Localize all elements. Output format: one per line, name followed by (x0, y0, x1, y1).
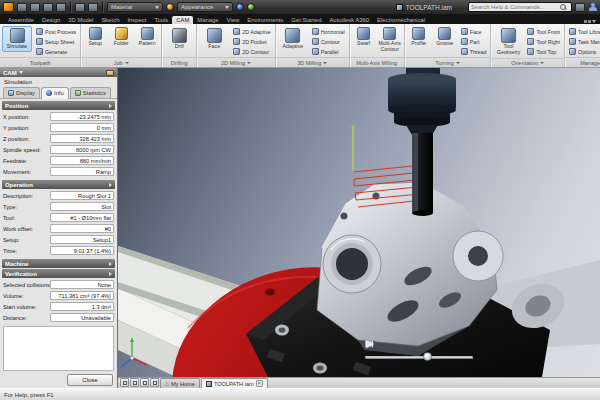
options-button[interactable]: Options (567, 47, 600, 56)
panel-header[interactable]: CAM (0, 68, 117, 77)
drill-button[interactable]: Drill (164, 26, 194, 52)
redo-icon[interactable] (56, 3, 66, 12)
multi-axis-contour-button[interactable]: Multi-Axis Contour (378, 26, 402, 53)
tab-manage[interactable]: Manage (193, 16, 222, 24)
field-label: Volume: (3, 293, 50, 299)
material-dropdown[interactable]: Material (107, 2, 163, 12)
field-row: Type:Slot (2, 201, 115, 212)
timeline-knob[interactable] (423, 352, 432, 361)
panel-tab-display[interactable]: Display (3, 87, 40, 98)
field-row: Tool:#1 - Ø10mm flat (2, 212, 115, 223)
tab-design[interactable]: Design (38, 16, 64, 24)
button-label: Face (208, 44, 220, 50)
tool-geometry-button[interactable]: Tool Geometry (493, 26, 523, 58)
tab-view[interactable]: View (223, 16, 244, 24)
thread-button[interactable]: Thread (459, 47, 489, 56)
face-button[interactable]: Face (459, 27, 489, 36)
2d-pocket-button[interactable]: 2D Pocket (231, 37, 273, 46)
button-label: Multi-Axis Contour (378, 41, 402, 52)
step-forward-button[interactable] (417, 340, 427, 350)
close-tab-icon[interactable]: × (256, 380, 263, 387)
field-value: #1 - Ø10mm flat (50, 213, 114, 222)
inventor-logo-icon[interactable] (3, 2, 14, 12)
appearance-dropdown[interactable]: Appearance (177, 2, 233, 12)
task-manager-button[interactable]: Task Manager (567, 37, 600, 46)
pin-icon[interactable] (106, 70, 114, 76)
step-back-button[interactable] (391, 340, 401, 350)
contour-button[interactable]: Contour (310, 37, 347, 46)
sign-in-icon[interactable] (588, 3, 597, 12)
part-button[interactable]: Part (459, 37, 489, 46)
field-value: Ramp (50, 167, 114, 176)
tab-get-started[interactable]: Get Started (287, 16, 325, 24)
tab-inspect[interactable]: Inspect (123, 16, 150, 24)
sync-icon[interactable] (575, 3, 585, 12)
section-header-position[interactable]: Position (2, 101, 115, 110)
profile-button[interactable]: Profile (407, 26, 431, 48)
tab-tools[interactable]: Tools (150, 16, 172, 24)
2d-contour-button[interactable]: 2D Contour (231, 47, 273, 56)
search-input[interactable] (471, 4, 559, 10)
2d-adaptive-button[interactable]: 2D Adaptive (231, 27, 273, 36)
go-to-end-icon (365, 339, 375, 349)
adaptive-button[interactable]: Adaptive (278, 26, 308, 52)
tab-electromechanical[interactable]: Electromechanical (373, 16, 429, 24)
doc-tab-label: My Home (171, 381, 195, 387)
fast-backward-button[interactable] (378, 340, 388, 350)
doc-tab-my-home[interactable]: ⌂My Home (160, 378, 200, 388)
tab-autodesk-a360[interactable]: Autodesk A360 (325, 16, 373, 24)
button-label: Tool Front (536, 29, 560, 35)
tool-library-button[interactable]: Tool Library (567, 27, 600, 36)
cascade-icon[interactable] (140, 378, 149, 387)
undo-icon[interactable] (43, 3, 53, 12)
simulate-button[interactable]: Simulate (2, 26, 32, 52)
tab-environments[interactable]: Environments (243, 16, 287, 24)
tile-horizontal-icon[interactable] (130, 378, 139, 387)
fast-forward-button[interactable] (430, 340, 440, 350)
panel-tab-statistics[interactable]: Statistics (70, 87, 111, 98)
3d-viewport[interactable] (118, 68, 600, 377)
tool-right-button[interactable]: Tool Right (525, 37, 562, 46)
tile-vertical-icon[interactable] (120, 378, 129, 387)
groove-button[interactable]: Groove (433, 26, 457, 48)
setup-button[interactable]: Setup (83, 26, 107, 48)
tab-cam[interactable]: CAM (172, 16, 193, 24)
group-label-text: Manage (580, 60, 600, 66)
pattern-button[interactable]: Pattern (135, 26, 159, 48)
go-to-end-button[interactable] (443, 340, 453, 350)
cam-simulation-panel: CAM Simulation DisplayInfoStatistics Pos… (0, 68, 118, 388)
folder-button[interactable]: Folder (109, 26, 133, 48)
ribbon-group-label: 2D Milling (197, 57, 275, 67)
setup-sheet-button[interactable]: Setup Sheet (34, 37, 78, 46)
contour-icon (312, 38, 319, 45)
generate-button[interactable]: Generate (34, 47, 78, 56)
play-button[interactable] (404, 340, 414, 350)
update-icon[interactable] (88, 3, 98, 12)
tab-3d-model[interactable]: 3D Model (64, 16, 97, 24)
tool-top-button[interactable]: Tool Top (525, 47, 562, 56)
appearance-sphere-icon[interactable] (166, 3, 174, 11)
post-process-button[interactable]: Post Process (34, 27, 78, 36)
search-icon[interactable] (559, 3, 567, 11)
parallel-button[interactable]: Parallel (310, 47, 347, 56)
section-header-machine[interactable]: Machine (2, 259, 115, 268)
save-icon[interactable] (30, 3, 40, 12)
options-icon (569, 48, 576, 55)
panel-tab-info[interactable]: Info (41, 87, 69, 99)
swarf-button[interactable]: Swarf (352, 26, 376, 48)
tab-assemble[interactable]: Assemble (4, 16, 38, 24)
section-header-operation[interactable]: Operation (2, 180, 115, 189)
face-button[interactable]: Face (199, 26, 229, 52)
adjust-sphere-icon[interactable] (236, 3, 244, 11)
section-header-verification[interactable]: Verification (2, 269, 115, 278)
horizontal-button[interactable]: Horizontal (310, 27, 347, 36)
clear-sphere-icon[interactable] (247, 3, 255, 11)
tool-front-button[interactable]: Tool Front (525, 27, 562, 36)
switch-document-icon[interactable] (150, 378, 159, 387)
new-file-icon[interactable] (17, 3, 27, 12)
close-button[interactable]: Close (67, 374, 113, 386)
tab-sketch[interactable]: Sketch (97, 16, 123, 24)
timeline-slider[interactable] (365, 353, 493, 361)
doc-tab-toolpath-iam[interactable]: TOOLPATH.iam× (201, 378, 268, 388)
return-icon[interactable] (75, 3, 85, 12)
